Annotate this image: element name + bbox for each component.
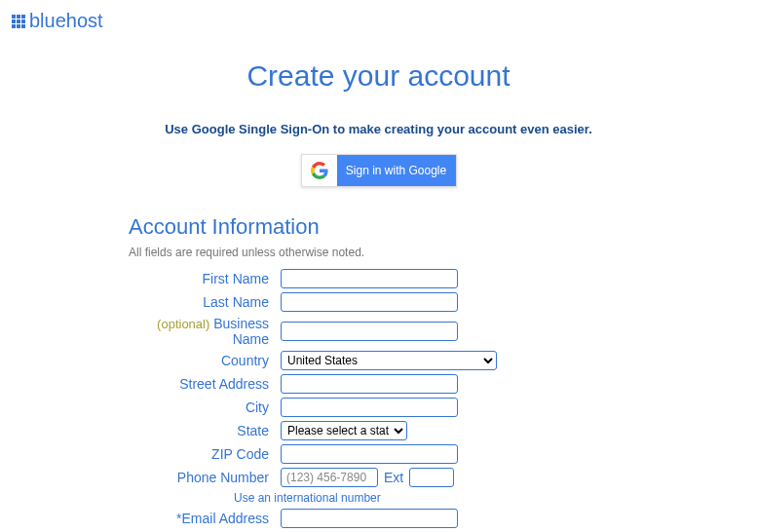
first-name-field[interactable] — [281, 269, 458, 288]
account-info-form: Account Information All fields are requi… — [129, 214, 635, 532]
section-title: Account Information — [129, 214, 635, 240]
label-state: State — [129, 423, 281, 438]
page-title: Create your account — [0, 59, 757, 93]
google-signin-button[interactable]: Sign in with Google — [301, 154, 457, 187]
label-phone-number: Phone Number — [129, 470, 281, 485]
optional-tag: (optional) — [157, 317, 209, 331]
logo-text: bluehost — [29, 10, 103, 32]
logo-grid-icon — [12, 15, 25, 28]
required-note: All fields are required unless otherwise… — [129, 246, 635, 259]
label-email-address: *Email Address — [129, 511, 281, 526]
label-city: City — [129, 399, 281, 415]
label-first-name: First Name — [129, 271, 281, 286]
business-name-field[interactable] — [281, 322, 458, 341]
country-select[interactable]: United States — [281, 351, 497, 370]
business-name-text: Business Name — [213, 316, 269, 347]
logo[interactable]: bluehost — [0, 0, 757, 42]
state-select[interactable]: Please select a state — [281, 421, 407, 440]
phone-number-field[interactable] — [281, 468, 378, 487]
city-field[interactable] — [281, 398, 458, 417]
label-zip-code: ZIP Code — [129, 446, 281, 462]
google-signin-label: Sign in with Google — [337, 155, 456, 186]
google-icon — [302, 155, 337, 186]
label-street-address: Street Address — [129, 376, 281, 392]
sso-note: Use Google Single Sign-On to make creati… — [0, 122, 757, 136]
label-business-name: (optional) Business Name — [129, 316, 281, 347]
intl-number-link[interactable]: Use an international number — [234, 491, 635, 505]
zip-code-field[interactable] — [281, 444, 458, 464]
phone-ext-field[interactable] — [409, 468, 454, 487]
last-name-field[interactable] — [281, 292, 458, 312]
street-address-field[interactable] — [281, 374, 458, 394]
email-address-field[interactable] — [281, 509, 458, 528]
label-last-name: Last Name — [129, 294, 281, 310]
label-ext: Ext — [384, 470, 403, 485]
label-country: Country — [129, 353, 281, 368]
